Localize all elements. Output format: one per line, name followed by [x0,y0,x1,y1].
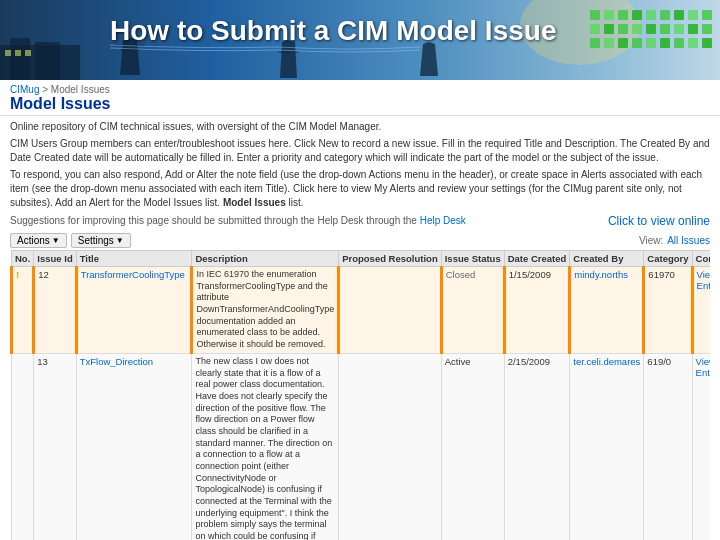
suggestions-text: Suggestions for improving this page shou… [10,215,466,226]
created-by-link[interactable]: mindy.norths [574,269,628,280]
svg-rect-17 [590,24,600,34]
cell-status: Active [441,353,504,540]
svg-rect-34 [702,38,712,48]
breadcrumb-separator: > [42,84,51,95]
cell-proposed [339,267,442,354]
svg-rect-33 [688,38,698,48]
svg-rect-19 [618,24,628,34]
cell-comments[interactable]: View Entries... [692,267,710,354]
svg-rect-23 [674,24,684,34]
cell-created-by: ter.celi.demares [570,353,644,540]
cell-description: The new class I ow does not clearly stat… [192,353,339,540]
cell-created-by: mindy.norths [570,267,644,354]
issue-title-link[interactable]: TxFlow_Direction [80,356,153,367]
cell-title[interactable]: TxFlow_Direction [76,353,192,540]
svg-rect-16 [702,10,712,20]
actions-arrow-icon: ▼ [52,236,60,245]
col-header-date: Date Created [504,251,570,267]
svg-rect-26 [590,38,600,48]
table-row: 13 TxFlow_Direction The new class I ow d… [12,353,711,540]
svg-rect-20 [632,24,642,34]
cell-category: 61970 [644,267,692,354]
title-section: CIMug > Model Issues Model Issues [0,80,720,116]
filter-label: View: [639,235,663,246]
page-description: Online repository of CIM technical issue… [10,120,710,134]
page-instructions: To respond, you can also respond, Add or… [10,168,710,210]
actions-button[interactable]: Actions ▼ [10,233,67,248]
svg-rect-12 [646,10,656,20]
svg-rect-25 [702,24,712,34]
issue-title-link[interactable]: TransformerCoolingType [81,269,185,280]
svg-rect-38 [5,50,11,56]
col-header-issue-id: Issue Id [34,251,76,267]
page-long-description: CIM Users Group members can enter/troubl… [10,137,710,165]
svg-rect-18 [604,24,614,34]
breadcrumb: CIMug > Model Issues [10,84,710,95]
svg-rect-40 [25,50,31,56]
col-header-created-by: Created By [570,251,644,267]
cell-no: ! [12,267,34,354]
issues-table-wrapper: No. Issue Id Title Description Proposed … [10,250,710,540]
svg-rect-36 [10,38,30,80]
created-by-link[interactable]: ter.celi.demares [573,356,640,367]
cell-title[interactable]: TransformerCoolingType [76,267,192,354]
comments-link[interactable]: View Entries... [697,269,710,291]
cell-description: In IEC 61970 the enumeration Transformer… [192,267,339,354]
svg-rect-13 [660,10,670,20]
svg-rect-11 [632,10,642,20]
cell-no [12,353,34,540]
col-header-status: Issue Status [441,251,504,267]
cell-date: 1/15/2009 [504,267,570,354]
svg-rect-37 [35,42,60,80]
cell-proposed [339,353,442,540]
cell-status: Closed [441,267,504,354]
cell-issue-id: 12 [34,267,76,354]
col-header-comments: Comments [692,251,710,267]
cell-date: 2/15/2009 [504,353,570,540]
svg-rect-27 [604,38,614,48]
view-online-link[interactable]: Click to view online [608,214,710,228]
settings-button[interactable]: Settings ▼ [71,233,131,248]
cell-category: 619/0 [644,353,692,540]
actions-label: Actions [17,235,50,246]
breadcrumb-current: Model Issues [51,84,110,95]
svg-rect-32 [674,38,684,48]
cell-comments[interactable]: View Entries... [692,353,710,540]
svg-rect-14 [674,10,684,20]
breadcrumb-parent[interactable]: CIMug [10,84,39,95]
svg-rect-15 [688,10,698,20]
header-banner: How to Submit a CIM Model Issue [0,0,720,80]
settings-arrow-icon: ▼ [116,236,124,245]
col-header-title: Title [76,251,192,267]
svg-rect-21 [646,24,656,34]
page-subtitle: Model Issues [10,95,710,113]
svg-rect-28 [618,38,628,48]
col-header-description: Description [192,251,339,267]
svg-rect-10 [618,10,628,20]
svg-rect-8 [590,10,600,20]
toolbar: Actions ▼ Settings ▼ View: All Issues [10,233,710,248]
all-issues-filter-link[interactable]: All Issues [667,235,710,246]
svg-rect-30 [646,38,656,48]
svg-rect-9 [604,10,614,20]
cell-issue-id: 13 [34,353,76,540]
svg-rect-24 [688,24,698,34]
col-header-no: No. [12,251,34,267]
table-row: ! 12 TransformerCoolingType In IEC 61970… [12,267,711,354]
content-area: Online repository of CIM technical issue… [0,116,720,540]
svg-rect-29 [632,38,642,48]
model-issues-bold: Model Issues [223,197,286,208]
svg-rect-31 [660,38,670,48]
settings-label: Settings [78,235,114,246]
help-desk-link[interactable]: Help Desk [420,215,466,226]
svg-rect-22 [660,24,670,34]
svg-rect-39 [15,50,21,56]
view-online-row: Click to view online [608,214,710,228]
page-main-title: How to Submit a CIM Model Issue [110,15,560,47]
col-header-category: Category [644,251,692,267]
issues-table: No. Issue Id Title Description Proposed … [10,250,710,540]
col-header-proposed: Proposed Resolution [339,251,442,267]
comments-link[interactable]: View Entries... [696,356,710,378]
